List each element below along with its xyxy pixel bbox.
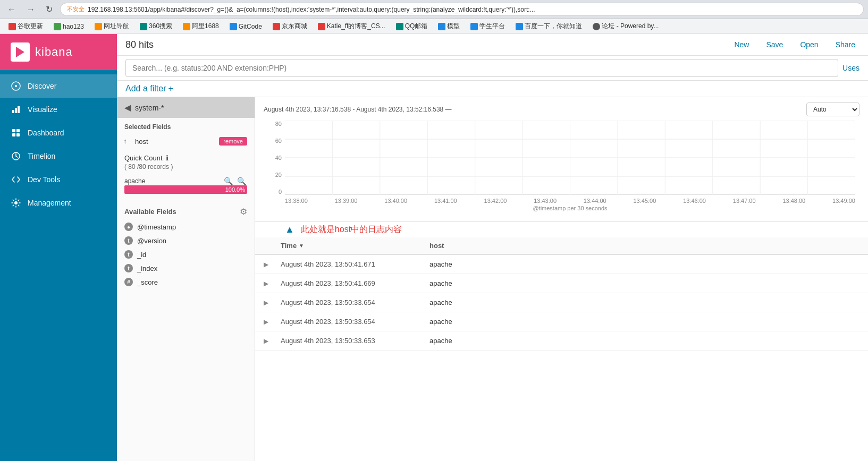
bookmark-google[interactable]: 谷歌更新 [4,21,47,32]
selected-fields-title: Selected Fields [117,118,255,134]
host-col-header: host [429,242,859,250]
address-bar[interactable]: 不安全 192.168.198.13:5601/app/kibana#/disc… [60,3,864,16]
sidebar-item-label: Visualize [28,105,57,114]
quick-count-zoom-in[interactable]: 🔍 [223,177,234,185]
table-row: ▶ August 4th 2023, 13:50:33.654 apache [255,312,868,331]
new-button[interactable]: New [730,38,753,51]
sidebar-item-management[interactable]: Management [0,191,117,215]
x-tick: 13:41:00 [434,198,457,204]
time-col-header[interactable]: Time ▼ [281,242,429,250]
bookmark-360[interactable]: 360搜索 [136,21,176,32]
forward-button[interactable]: → [23,4,38,15]
cell-host: apache [429,279,859,287]
expand-row-button[interactable]: ▶ [264,260,281,268]
bookmark-icon-qq [396,23,403,30]
avail-field-index[interactable]: t _index [117,261,255,275]
interval-select[interactable]: Auto 5 seconds 10 seconds 30 seconds 1 m… [806,103,859,116]
x-tick: 13:44:00 [584,198,606,204]
search-bar: Uses [117,56,868,81]
bookmark-icon-forum [593,23,600,30]
bookmark-baidu[interactable]: 百度一下，你就知道 [511,21,586,32]
sidebar-item-discover[interactable]: Discover [0,74,117,98]
refresh-button[interactable]: ↻ [43,3,56,15]
sidebar-item-timelion[interactable]: Timelion [0,144,117,168]
uses-button[interactable]: Uses [842,64,859,72]
bookmark-label: 百度一下，你就知道 [525,22,582,31]
svg-point-11 [14,201,18,204]
sort-icon: ▼ [299,243,304,249]
bookmark-icon-jd [273,23,280,30]
add-filter-label: Add a filter [125,84,166,93]
sidebar-item-label: Discover [28,82,56,90]
content-area: ◀ system-* Selected Fields t host remove… [117,97,868,461]
bookmark-model[interactable]: 模型 [434,21,464,32]
x-tick: 13:48:00 [782,198,805,204]
bookmark-icon-google [9,23,16,30]
expand-row-button[interactable]: ▶ [264,337,281,345]
avail-field-id[interactable]: t _id [117,247,255,261]
expand-row-button[interactable]: ▶ [264,318,281,326]
bookmark-katie[interactable]: Katie_ff的博客_CS... [314,21,390,32]
x-tick: 13:38:00 [285,198,308,204]
field-type-indicator: t [124,138,131,144]
table-row: ▶ August 4th 2023, 13:50:41.669 apache [255,274,868,293]
bookmark-gitcode[interactable]: GitCode [225,22,266,31]
save-button[interactable]: Save [762,38,787,51]
search-input[interactable] [125,59,838,77]
bookmark-ali[interactable]: 阿里1688 [179,21,223,32]
sidebar-logo[interactable]: kibana [0,34,117,70]
x-tick: 13:45:00 [633,198,656,204]
cell-host: apache [429,318,859,326]
sidebar-item-devtools[interactable]: Dev Tools [0,168,117,191]
bookmark-forum[interactable]: 论坛 - Powered by... [588,21,663,32]
annotation-text: 此处就是host中的日志内容 [301,224,402,235]
dashboard-icon [11,127,21,138]
cell-host: apache [429,337,859,345]
svg-rect-8 [12,133,15,136]
bookmark-jd[interactable]: 京东商城 [268,21,311,32]
expand-row-button[interactable]: ▶ [264,279,281,287]
gear-button[interactable]: ⚙ [240,207,247,217]
chart-svg [285,121,855,195]
bookmark-student[interactable]: 学生平台 [466,21,509,32]
y-tick-0: 0 [279,189,282,195]
avail-field-version[interactable]: t @version [117,234,255,247]
bar-fill: 100.0% [124,185,247,194]
cell-host: apache [429,260,859,268]
info-icon: ℹ [166,154,168,162]
quick-count-zoom-out[interactable]: 🔍 [236,177,247,185]
cell-time: August 4th 2023, 13:50:33.653 [281,337,429,345]
bookmark-qq[interactable]: QQ邮箱 [392,21,432,32]
sidebar-item-dashboard[interactable]: Dashboard [0,121,117,144]
left-panel: ◀ system-* Selected Fields t host remove… [117,97,255,461]
selected-field-host: t host remove [117,134,255,149]
expand-row-button[interactable]: ▶ [264,298,281,306]
remove-field-button[interactable]: remove [219,137,247,146]
sidebar-item-label: Management [28,199,71,207]
back-button[interactable]: ← [4,4,19,15]
bookmark-hao123[interactable]: hao123 [49,22,88,31]
devtools-icon [11,174,21,185]
y-tick-20: 20 [275,172,282,178]
avail-field-timestamp[interactable]: ● @timestamp [117,220,255,234]
x-tick: 13:43:00 [534,198,557,204]
avail-field-score[interactable]: # _score [117,275,255,289]
cell-time: August 4th 2023, 13:50:41.671 [281,260,429,268]
annotation-collapse-button[interactable]: ▲ [285,224,294,235]
svg-point-2 [15,85,17,87]
share-button[interactable]: Share [831,38,859,51]
app-container: kibana Discover Visualize Dashboard [0,34,868,461]
bookmark-icon-gitcode [230,23,237,30]
collapse-button[interactable]: ◀ [124,103,131,113]
bookmark-nav[interactable]: 网址导航 [90,21,133,32]
svg-rect-4 [15,108,17,113]
discover-icon [11,81,21,91]
bookmark-label: 论坛 - Powered by... [602,22,659,31]
cell-time: August 4th 2023, 13:50:33.654 [281,298,429,306]
sidebar-item-visualize[interactable]: Visualize [0,98,117,121]
field-type-t-icon3: t [124,264,133,272]
index-pattern: ◀ system-* [117,97,255,118]
add-filter-button[interactable]: Add a filter + [125,84,173,93]
bookmark-icon-hao123 [54,23,61,30]
open-button[interactable]: Open [796,38,822,51]
